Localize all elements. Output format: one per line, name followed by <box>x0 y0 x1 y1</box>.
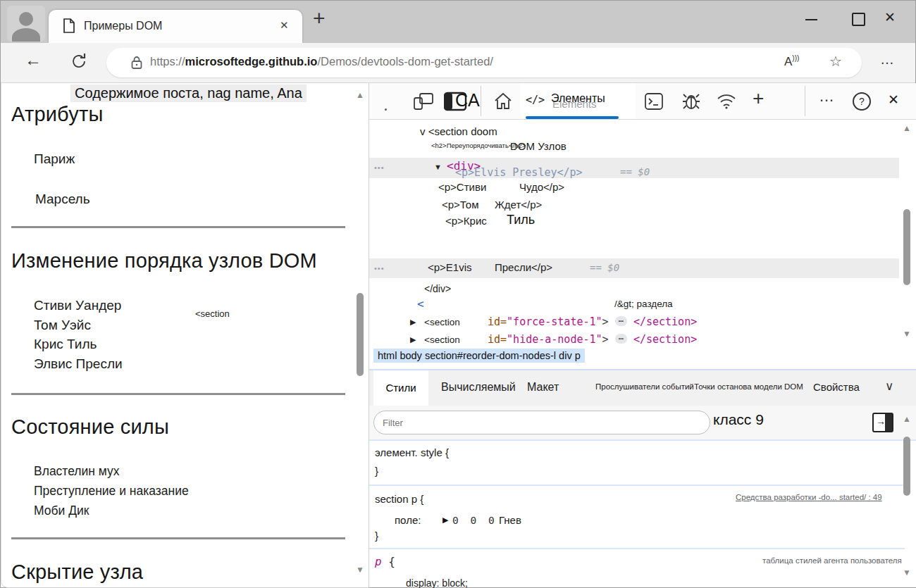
css-selector[interactable]: p { <box>375 555 395 568</box>
network-wifi-icon[interactable] <box>716 93 737 110</box>
tab-computed[interactable]: Вычисляемый <box>441 381 516 394</box>
scroll-down-icon[interactable]: ▼ <box>903 329 911 339</box>
list-item: Преступление и наказание <box>34 484 189 499</box>
devtools-close-icon[interactable]: ✕ <box>888 92 899 108</box>
dom-scrollbar-thumb[interactable] <box>903 209 910 285</box>
favorites-star-icon[interactable]: ☆ <box>829 53 842 70</box>
debug-bug-icon[interactable] <box>681 92 702 111</box>
scroll-up-icon[interactable]: ▲ <box>356 90 364 100</box>
twisty-right-icon[interactable]: ▶ <box>410 318 416 327</box>
page-scrollbar-thumb[interactable] <box>357 293 364 376</box>
tab-properties[interactable]: Свойства <box>813 381 860 393</box>
styles-filter-row: класс 9 → ▲ <box>369 406 916 441</box>
dom-row[interactable]: ▶ <section id="hide-a-node-1"> ⋯ </secti… <box>369 332 899 346</box>
profile-avatar[interactable] <box>7 6 45 42</box>
devtools-panel: CA </> Elements Элементы <box>369 83 916 587</box>
dom-node[interactable]: </div> <box>424 283 451 294</box>
back-icon[interactable]: ← <box>25 50 42 70</box>
tab-styles[interactable]: Стили <box>373 370 428 406</box>
tab-layout[interactable]: Макет <box>527 381 559 394</box>
dom-node[interactable]: <p>Том <box>442 199 479 211</box>
lock-icon <box>130 56 143 70</box>
dom-node-text: Чудо</p> <box>519 181 564 193</box>
list-item: Властелин мух <box>34 464 120 479</box>
tab-event-listeners[interactable]: Прослушиватели событий <box>595 382 694 391</box>
styles-scrollbar-thumb[interactable] <box>903 437 910 496</box>
scroll-up-icon[interactable]: ▲ <box>903 414 911 424</box>
node-menu-dots-icon[interactable]: ••• <box>374 163 385 172</box>
browser-tab[interactable]: Примеры DOM ✕ <box>49 10 302 43</box>
tab-dom-breakpoints[interactable]: Точки останова модели DOM <box>694 382 803 391</box>
tab-elements-label: Элементы <box>551 92 605 105</box>
css-selector[interactable]: section p { <box>375 493 423 505</box>
tab-title: Примеры DOM <box>84 20 162 32</box>
expand-dots-icon[interactable]: ⋯ <box>615 334 627 344</box>
dom-node-text: Ждет</p> <box>495 199 542 211</box>
scroll-down-icon[interactable]: ▼ <box>903 568 911 577</box>
dom-eq-marker: == $0 <box>620 166 650 177</box>
avatar-icon <box>19 12 33 26</box>
console-icon[interactable] <box>644 92 664 111</box>
device-emulation-icon[interactable] <box>413 92 434 111</box>
breadcrumb[interactable]: html body section#reorder-dom-nodes-l di… <box>373 349 585 363</box>
css-brace: } <box>375 465 378 477</box>
stylesheet-source-label: таблица стилей агента пользователя <box>762 556 902 565</box>
scroll-down-icon[interactable]: ▼ <box>356 565 364 575</box>
filter-input[interactable] <box>373 411 710 434</box>
help-icon[interactable]: ? <box>853 92 871 111</box>
css-value[interactable]: 0 0 0 <box>452 515 495 526</box>
node-menu-dots-icon[interactable]: ••• <box>374 264 385 273</box>
dom-row-selected[interactable]: ••• <p>E1vis Пресли</p> == $0 <box>369 258 899 278</box>
url-text: https://microsoftedge.github.io/Demos/de… <box>150 55 493 68</box>
refresh-icon[interactable] <box>70 52 88 70</box>
css-value-word[interactable]: Гнев <box>499 514 521 526</box>
more-tools-icon[interactable]: … <box>819 87 834 106</box>
twisty-down-icon[interactable]: ▼ <box>434 163 442 171</box>
heading-force-state: Состояние силы <box>11 415 169 439</box>
devtools-toolbar: CA </> Elements Элементы <box>369 83 916 120</box>
dom-ghost-text: <p>Elvis Presley</p> <box>455 166 583 179</box>
window-close-icon[interactable]: ✕ <box>884 9 896 25</box>
add-tool-icon[interactable]: + <box>753 87 764 110</box>
url-field[interactable]: https://microsoftedge.github.io/Demos/de… <box>106 48 862 77</box>
new-tab-icon[interactable]: + <box>313 8 326 29</box>
dom-node-text: Пресли</p> <box>495 261 552 273</box>
divider <box>11 226 345 228</box>
css-declaration[interactable]: display: block; <box>406 577 468 588</box>
expand-dots-icon[interactable]: ⋯ <box>615 316 627 326</box>
browser-menu-icon[interactable]: … <box>880 51 895 68</box>
heading-attributes: Атрибуты <box>11 103 104 126</box>
address-bar: ← https://microsoftedge.github.io/Demos/… <box>1 43 915 83</box>
read-aloud-icon[interactable]: A))) <box>784 54 799 69</box>
list-item: Моби Дик <box>34 503 89 518</box>
dom-node[interactable]: <p>Стиви <box>438 181 486 193</box>
list-item: Том Уэйс <box>34 318 91 333</box>
home-icon[interactable] <box>493 92 513 111</box>
stylesheet-source-link[interactable]: Средства разработки -do... started/ : 49 <box>736 493 882 501</box>
breadcrumb-bar: html body section#reorder-dom-nodes-l di… <box>369 346 916 370</box>
cls-label[interactable]: класс 9 <box>713 411 764 428</box>
heading-reorder: Изменение порядка узлов DOM <box>11 249 317 273</box>
twisty-right-icon[interactable]: ▶ <box>410 335 416 344</box>
enter-class-icon[interactable]: → <box>872 413 893 432</box>
dom-row-selected[interactable]: ••• ▼ <div> <p>Elvis Presley</p> == $0 <box>369 158 899 178</box>
dom-node[interactable]: < <box>417 297 424 311</box>
dom-tree: v <section doom <h2>Переупорядочивать</h… <box>369 119 916 346</box>
css-property[interactable]: поле: <box>395 514 421 526</box>
dom-node[interactable]: <p>Крис <box>445 215 487 227</box>
dom-node: <p>E1vis <box>428 261 472 273</box>
maximize-icon[interactable] <box>852 13 865 26</box>
browser-window: Примеры DOM ✕ + ✕ ← https://microsoftedg… <box>0 0 916 588</box>
list-item: Элвис Пресли <box>34 356 123 372</box>
tab-close-icon[interactable]: ✕ <box>280 19 289 32</box>
scroll-up-icon[interactable]: ▲ <box>903 123 911 133</box>
dom-node[interactable]: v <section doom <box>420 125 497 137</box>
chevron-down-icon[interactable]: ∨ <box>885 379 893 394</box>
minimize-icon[interactable] <box>805 19 817 20</box>
tab-elements[interactable]: </> Elements Элементы <box>520 83 636 119</box>
dom-row[interactable]: ▶ <section id="force-state-1"> ⋯ </secti… <box>369 315 899 332</box>
ca-label: CA <box>455 90 480 111</box>
css-selector[interactable]: элемент. style { <box>375 446 449 458</box>
twisty-right-icon[interactable]: ▶ <box>442 515 448 525</box>
dom-node-text: DOM Узлов <box>510 140 567 152</box>
